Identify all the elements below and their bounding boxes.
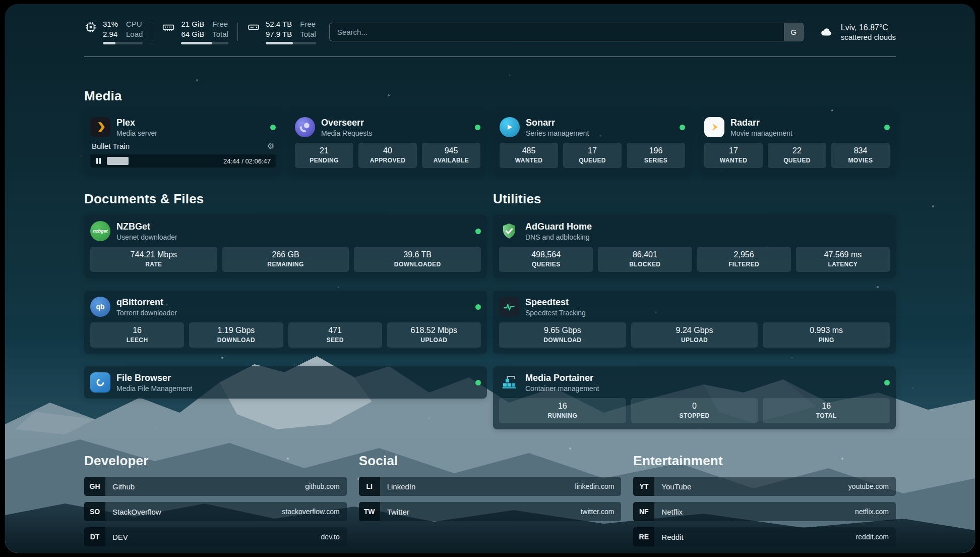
weather-widget: Lviv, 16.87°C scattered clouds [817, 22, 896, 41]
bookmark-abbr: TW [359, 502, 380, 521]
stat-value: 16 [92, 326, 182, 335]
cpu-load-value: 2.94 [103, 29, 118, 39]
bookmark-url: stackoverflow.com [282, 508, 339, 516]
disk-total-label: Total [300, 29, 316, 39]
app-subtitle: Usenet downloader [116, 233, 177, 241]
stat-value: 17 [565, 146, 620, 155]
speedtest-icon [499, 297, 519, 317]
bookmark-name: DEV [112, 533, 128, 541]
cpu-icon [84, 21, 97, 34]
pause-button[interactable] [95, 157, 102, 165]
bookmark-url: dev.to [321, 533, 340, 541]
app-subtitle: Media File Management [116, 384, 192, 393]
stat-tile: 618.52 Mbps UPLOAD [387, 322, 481, 348]
app-card-plex[interactable]: Plex Media server Bullet Train ⚙ 24:44 /… [84, 111, 282, 174]
stat-tile: 945 AVAILABLE [422, 143, 480, 168]
snow-particles [5, 4, 6, 5]
bookmark-row-youtube[interactable]: YT YouTube youtube.com [633, 477, 896, 496]
bookmark-url: netflix.com [855, 508, 889, 516]
status-dot [270, 125, 276, 130]
now-playing-title: Bullet Train [92, 142, 130, 150]
search-input[interactable] [330, 28, 784, 36]
dashboard: 31% CPU 2.94 Load [5, 4, 975, 553]
app-card-speedtest[interactable]: Speedtest Speedtest Tracking 9.65 Gbps D… [493, 291, 896, 354]
bookmark-row-netflix[interactable]: NF Netflix netflix.com [633, 502, 896, 521]
stat-label: UPLOAD [389, 337, 479, 344]
ram-icon [161, 21, 175, 34]
stat-label: WANTED [706, 157, 761, 164]
ram-total-label: Total [212, 29, 228, 39]
app-subtitle: Media Requests [321, 129, 372, 137]
stat-label: SEED [290, 337, 380, 344]
disk-icon [247, 21, 260, 34]
bookmark-name: Reddit [661, 533, 683, 541]
stat-tile: 21 PENDING [295, 143, 353, 168]
stat-tile: 86,401 BLOCKED [598, 247, 692, 272]
stat-value: 9.65 Gbps [501, 326, 624, 335]
stat-tile: 266 GB REMAINING [222, 247, 349, 272]
app-card-filebrowser[interactable]: File Browser Media File Management [84, 366, 487, 399]
app-subtitle: Media server [116, 129, 157, 137]
app-card-portainer[interactable]: Media Portainer Container management 16 … [493, 366, 896, 429]
search-engine-button[interactable]: G [784, 23, 803, 41]
stat-label: DOWNLOAD [501, 337, 624, 344]
stat-tile: 834 MOVIES [831, 143, 890, 168]
search-bar: G [329, 23, 804, 41]
app-name: qBittorrent [116, 297, 177, 308]
stat-label: TOTAL [765, 412, 888, 419]
stat-tile: 47.569 ms LATENCY [796, 247, 890, 272]
app-card-qbittorrent[interactable]: qb qBittorrent Torrent downloader 16 LEE… [84, 291, 487, 354]
system-metrics: 31% CPU 2.94 Load [84, 19, 316, 44]
bookmark-row-reddit[interactable]: RE Reddit reddit.com [633, 527, 896, 546]
stat-tile: 2,956 FILTERED [697, 247, 791, 272]
bookmark-row-twitter[interactable]: TW Twitter twitter.com [359, 502, 622, 521]
settings-gear-icon[interactable]: ⚙ [267, 142, 274, 150]
bookmark-name: YouTube [661, 482, 691, 491]
stat-label: LATENCY [798, 261, 888, 268]
bookmark-row-stackoverflow[interactable]: SO StackOverflow stackoverflow.com [84, 502, 347, 521]
app-name: Media Portainer [525, 373, 599, 383]
stat-value: 17 [706, 146, 761, 155]
stat-tile: 9.24 Gbps UPLOAD [631, 322, 758, 348]
app-subtitle: Series management [526, 129, 589, 137]
app-card-sonarr[interactable]: Sonarr Series management 485 WANTED 17 Q… [494, 111, 691, 174]
stat-tile: 0 STOPPED [631, 398, 758, 423]
sonarr-icon [500, 117, 520, 137]
stat-label: DOWNLOADED [356, 261, 479, 268]
stat-value: 22 [770, 146, 824, 155]
app-subtitle: Torrent downloader [116, 309, 177, 317]
stat-tile: 17 QUEUED [563, 143, 622, 168]
status-dot [475, 125, 480, 130]
app-name: Sonarr [526, 118, 589, 128]
app-name: Overseerr [321, 118, 372, 128]
stat-label: SERIES [629, 157, 683, 164]
ram-free-label: Free [212, 19, 228, 29]
section-title-entertainment: Entertainment [633, 453, 896, 469]
stat-value: 21 [297, 146, 351, 155]
stat-value: 266 GB [224, 250, 347, 259]
stat-value: 618.52 Mbps [389, 326, 479, 335]
bookmark-row-linkedin[interactable]: LI LinkedIn linkedin.com [359, 477, 622, 496]
stat-label: LEECH [92, 337, 182, 344]
section-title-utilities: Utilities [493, 191, 896, 207]
cpu-label: CPU [126, 19, 143, 29]
status-dot [884, 125, 890, 130]
bookmark-abbr: LI [359, 477, 380, 496]
stat-label: MOVIES [833, 157, 888, 164]
stat-tile: 485 WANTED [500, 143, 558, 168]
app-card-radarr[interactable]: Radarr Movie management 17 WANTED 22 QUE… [698, 111, 896, 174]
playback-progress-bar[interactable]: 24:44 / 02:06:47 [90, 154, 276, 168]
app-card-nzbget[interactable]: nzbget NZBGet Usenet downloader 744.21 M… [84, 215, 487, 278]
bookmark-row-github[interactable]: GH Github github.com [84, 477, 347, 496]
bookmark-row-dev[interactable]: DT DEV dev.to [84, 527, 347, 546]
app-card-overseerr[interactable]: Overseerr Media Requests 21 PENDING 40 A… [289, 111, 486, 174]
playback-progress-fill [107, 157, 129, 165]
bookmark-abbr: GH [84, 477, 105, 496]
bookmark-abbr: NF [633, 502, 654, 521]
section-title-social: Social [359, 453, 622, 469]
stat-value: 2,956 [699, 250, 789, 259]
app-card-adguard[interactable]: AdGuard Home DNS and adblocking 498,564 … [493, 215, 896, 278]
bookmark-url: github.com [305, 482, 339, 490]
bookmark-abbr: SO [84, 502, 105, 521]
bookmark-group-social: Social LI LinkedIn linkedin.com TW Twitt… [359, 453, 622, 552]
